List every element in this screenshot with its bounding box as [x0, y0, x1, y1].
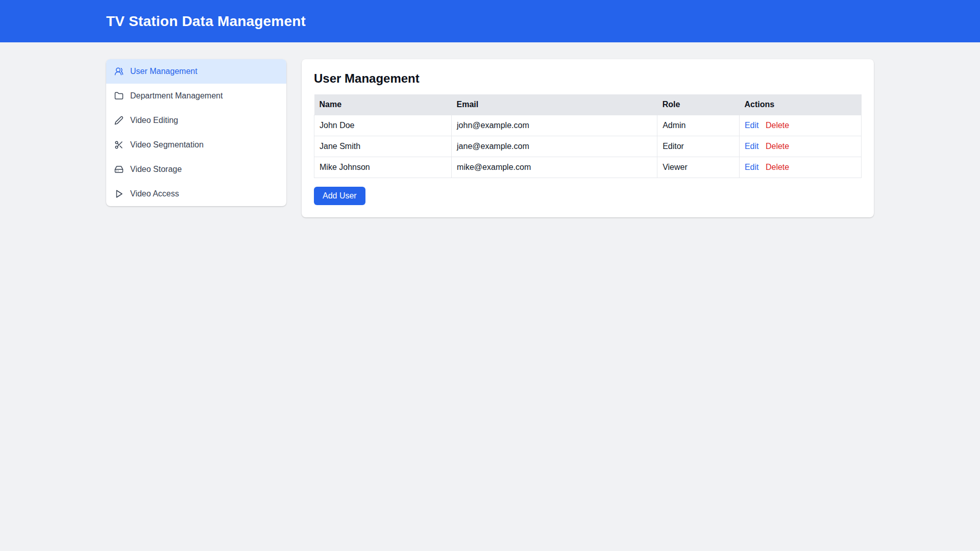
table-row: Jane Smith jane@example.com Editor Edit …: [314, 136, 862, 157]
pencil-icon: [114, 116, 124, 125]
users-icon: [114, 67, 124, 76]
cell-role: Editor: [657, 136, 740, 157]
sidebar-item-video-segmentation[interactable]: Video Segmentation: [106, 133, 286, 157]
app-header: TV Station Data Management: [0, 0, 980, 42]
column-header-email: Email: [452, 94, 657, 115]
edit-link[interactable]: Edit: [745, 142, 759, 151]
sidebar-item-label: User Management: [130, 67, 198, 76]
cell-name: Mike Johnson: [314, 157, 452, 178]
sidebar-item-department-management[interactable]: Department Management: [106, 84, 286, 108]
sidebar-item-video-storage[interactable]: Video Storage: [106, 157, 286, 182]
user-management-panel: User Management Name Email Role Actions …: [302, 59, 874, 217]
cell-actions: Edit Delete: [739, 157, 861, 178]
page-layout: User Management Department Management Vi…: [106, 59, 874, 217]
sidebar-item-label: Video Storage: [130, 165, 182, 174]
sidebar-item-label: Department Management: [130, 91, 223, 101]
cell-email: jane@example.com: [452, 136, 657, 157]
cell-email: mike@example.com: [452, 157, 657, 178]
sidebar: User Management Department Management Vi…: [106, 59, 286, 206]
cell-email: john@example.com: [452, 115, 657, 136]
column-header-role: Role: [657, 94, 740, 115]
page-title: User Management: [314, 71, 862, 86]
app-title: TV Station Data Management: [106, 13, 874, 30]
scissors-icon: [114, 140, 124, 149]
edit-link[interactable]: Edit: [745, 163, 759, 171]
sidebar-item-video-editing[interactable]: Video Editing: [106, 108, 286, 133]
edit-link[interactable]: Edit: [745, 121, 759, 130]
sidebar-item-label: Video Access: [130, 189, 179, 198]
sidebar-item-label: Video Editing: [130, 116, 178, 125]
cell-role: Viewer: [657, 157, 740, 178]
column-header-actions: Actions: [739, 94, 861, 115]
delete-link[interactable]: Delete: [766, 163, 789, 171]
table-row: Mike Johnson mike@example.com Viewer Edi…: [314, 157, 862, 178]
sidebar-item-video-access[interactable]: Video Access: [106, 182, 286, 206]
delete-link[interactable]: Delete: [766, 142, 789, 151]
cell-actions: Edit Delete: [739, 136, 861, 157]
hard-drive-icon: [114, 165, 124, 174]
table-header-row: Name Email Role Actions: [314, 94, 862, 115]
cell-actions: Edit Delete: [739, 115, 861, 136]
cell-name: John Doe: [314, 115, 452, 136]
folder-icon: [114, 91, 124, 101]
cell-role: Admin: [657, 115, 740, 136]
sidebar-item-user-management[interactable]: User Management: [106, 59, 286, 84]
delete-link[interactable]: Delete: [766, 121, 789, 130]
add-user-button[interactable]: Add User: [314, 187, 365, 205]
table-row: John Doe john@example.com Admin Edit Del…: [314, 115, 862, 136]
column-header-name: Name: [314, 94, 452, 115]
cell-name: Jane Smith: [314, 136, 452, 157]
sidebar-item-label: Video Segmentation: [130, 140, 204, 149]
users-table: Name Email Role Actions John Doe john@ex…: [314, 94, 862, 178]
play-icon: [114, 189, 124, 198]
